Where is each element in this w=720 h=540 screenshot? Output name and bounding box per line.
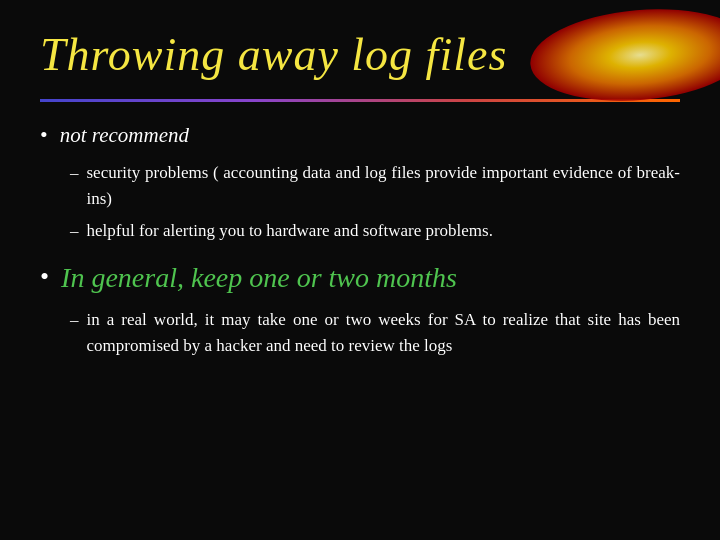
sub-text-2a: in a real world, it may take one or two … [87, 307, 681, 360]
bullet-2: • In general, keep one or two months [40, 257, 680, 299]
slide-content: • not recommend – security problems ( ac… [40, 120, 680, 359]
bullet-1-dot: • [40, 118, 48, 151]
sub-bullet-1a: – security problems ( accounting data an… [70, 160, 680, 213]
slide-title: Throwing away log files [40, 28, 680, 81]
sub-bullet-1b: – helpful for alerting you to hardware a… [70, 218, 680, 244]
sub-text-1a: security problems ( accounting data and … [87, 160, 681, 213]
sub-bullet-2a: – in a real world, it may take one or tw… [70, 307, 680, 360]
sub-dash-1a: – [70, 160, 79, 186]
bullet-2-text: In general, keep one or two months [61, 257, 457, 299]
sub-dash-1b: – [70, 218, 79, 244]
bullet-2-dot: • [40, 257, 49, 296]
bullet-1: • not recommend [40, 120, 680, 152]
sub-dash-2a: – [70, 307, 79, 333]
bullet-1-text: not recommend [60, 120, 189, 152]
sub-text-1b: helpful for alerting you to hardware and… [87, 218, 493, 244]
divider [40, 99, 680, 102]
slide: Throwing away log files • not recommend … [0, 0, 720, 540]
